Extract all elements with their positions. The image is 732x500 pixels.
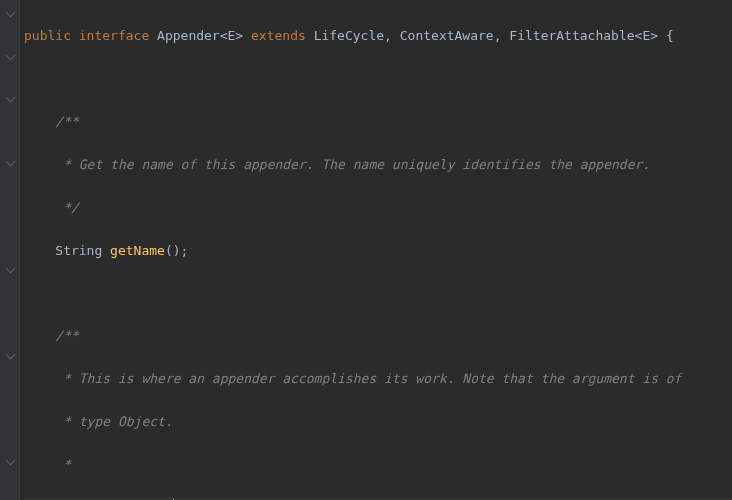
javadoc: /** [55, 114, 78, 129]
keyword: extends [251, 28, 306, 43]
type-name: FilterAttachable [509, 28, 634, 43]
code-line: public interface Appender<E> extends Lif… [24, 25, 732, 46]
code-line: /** [24, 111, 732, 132]
javadoc: * Get the name of this appender. The nam… [55, 157, 650, 172]
generic: <E> [220, 28, 243, 43]
javadoc: /** [55, 328, 78, 343]
code-line: String getName(); [24, 240, 732, 261]
javadoc: * [55, 457, 71, 472]
fold-marker-icon[interactable] [6, 51, 16, 61]
brace: { [666, 28, 674, 43]
type-name: LifeCycle [314, 28, 384, 43]
code-line: */ [24, 197, 732, 218]
code-line [24, 68, 732, 89]
fold-marker-icon[interactable] [6, 264, 16, 274]
code-line: * [24, 454, 732, 475]
javadoc: * This is where an appender accomplishes… [55, 371, 681, 386]
code-editor[interactable]: public interface Appender<E> extends Lif… [24, 4, 732, 500]
generic: <E> [635, 28, 658, 43]
fold-marker-icon[interactable] [6, 93, 16, 103]
fold-marker-icon[interactable] [6, 8, 16, 18]
gutter [0, 0, 20, 500]
signature: (); [165, 243, 188, 258]
keyword: interface [79, 28, 149, 43]
type-name: Appender [157, 28, 220, 43]
fold-marker-icon[interactable] [6, 456, 16, 466]
return-type: String [55, 243, 102, 258]
code-line: * type Object. [24, 411, 732, 432]
javadoc: * type Object. [55, 414, 172, 429]
code-line-cursor: * @param event [24, 497, 732, 500]
code-line: /** [24, 325, 732, 346]
code-line: * This is where an appender accomplishes… [24, 368, 732, 389]
code-line [24, 282, 732, 303]
fold-marker-icon[interactable] [6, 157, 16, 167]
type-name: ContextAware [400, 28, 494, 43]
javadoc: */ [55, 200, 78, 215]
method-name: getName [110, 243, 165, 258]
code-line: * Get the name of this appender. The nam… [24, 154, 732, 175]
keyword: public [24, 28, 71, 43]
fold-marker-icon[interactable] [6, 350, 16, 360]
